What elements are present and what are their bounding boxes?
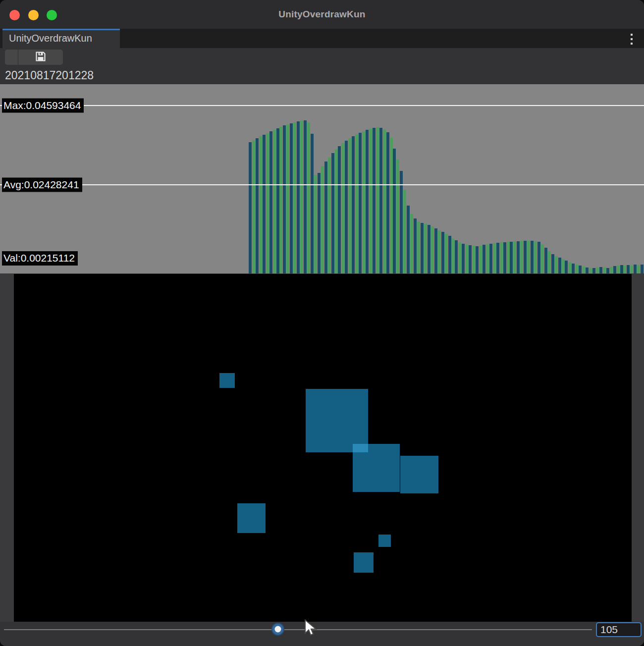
history-bar[interactable] bbox=[596, 268, 599, 273]
history-bar[interactable] bbox=[400, 171, 403, 273]
history-bar[interactable] bbox=[434, 228, 437, 273]
history-bar[interactable] bbox=[568, 262, 571, 273]
history-bar[interactable] bbox=[493, 243, 496, 273]
history-bar[interactable] bbox=[507, 242, 510, 273]
history-bar[interactable] bbox=[366, 130, 369, 273]
history-bar[interactable] bbox=[307, 122, 310, 273]
history-bar[interactable] bbox=[476, 246, 479, 273]
history-bar[interactable] bbox=[369, 129, 372, 273]
history-bar[interactable] bbox=[352, 136, 355, 273]
kebab-menu-icon[interactable] bbox=[628, 34, 635, 45]
history-bar[interactable] bbox=[603, 268, 606, 273]
history-bar[interactable] bbox=[300, 121, 303, 273]
history-bar[interactable] bbox=[572, 264, 575, 273]
history-bar[interactable] bbox=[328, 158, 331, 273]
history-bar[interactable] bbox=[263, 135, 266, 273]
history-bar[interactable] bbox=[438, 230, 441, 273]
history-bar[interactable] bbox=[410, 214, 413, 273]
history-bar[interactable] bbox=[393, 149, 396, 273]
history-bar[interactable] bbox=[586, 268, 589, 273]
history-bar[interactable] bbox=[376, 127, 379, 273]
history-bar[interactable] bbox=[610, 267, 613, 273]
history-bar[interactable] bbox=[324, 162, 327, 273]
history-bar[interactable] bbox=[489, 244, 492, 273]
frame-slider-handle[interactable] bbox=[271, 623, 284, 636]
history-bar[interactable] bbox=[599, 267, 602, 273]
history-bar[interactable] bbox=[279, 127, 282, 273]
history-bar[interactable] bbox=[297, 121, 300, 273]
history-bar[interactable] bbox=[266, 133, 269, 273]
history-bar[interactable] bbox=[283, 125, 286, 273]
history-bar[interactable] bbox=[345, 141, 348, 273]
history-bar[interactable] bbox=[407, 206, 410, 273]
history-bar[interactable] bbox=[486, 244, 489, 273]
frame-slider-track[interactable] bbox=[4, 629, 592, 630]
history-bar[interactable] bbox=[273, 130, 276, 273]
toolbar-button-empty[interactable] bbox=[5, 50, 18, 65]
history-bar[interactable] bbox=[551, 254, 554, 273]
history-bar[interactable] bbox=[252, 140, 255, 273]
history-bar[interactable] bbox=[531, 241, 534, 273]
history-bar[interactable] bbox=[276, 128, 279, 273]
history-bar[interactable] bbox=[472, 246, 475, 273]
history-bar[interactable] bbox=[555, 256, 558, 273]
history-bar[interactable] bbox=[579, 266, 582, 273]
history-bar[interactable] bbox=[321, 166, 324, 273]
save-button[interactable] bbox=[18, 50, 63, 65]
history-bar[interactable] bbox=[293, 122, 296, 273]
history-bar[interactable] bbox=[592, 268, 595, 273]
history-bar[interactable] bbox=[575, 265, 578, 273]
history-bar[interactable] bbox=[256, 138, 259, 273]
history-bar[interactable] bbox=[396, 160, 399, 273]
history-bar[interactable] bbox=[448, 236, 451, 273]
history-bar[interactable] bbox=[383, 129, 386, 273]
history-bar[interactable] bbox=[445, 234, 448, 273]
history-bar[interactable] bbox=[613, 266, 616, 273]
history-bar[interactable] bbox=[617, 266, 620, 273]
history-bar[interactable] bbox=[290, 123, 293, 273]
history-bar[interactable] bbox=[620, 265, 623, 273]
history-bar[interactable] bbox=[451, 238, 454, 273]
history-bar[interactable] bbox=[458, 242, 461, 273]
history-bar[interactable] bbox=[314, 175, 317, 273]
history-bar[interactable] bbox=[527, 241, 530, 273]
history-bar[interactable] bbox=[634, 265, 637, 273]
history-bar[interactable] bbox=[537, 242, 540, 273]
history-bar[interactable] bbox=[500, 242, 503, 273]
history-bar[interactable] bbox=[503, 242, 506, 273]
history-bar[interactable] bbox=[558, 258, 561, 273]
history-bar[interactable] bbox=[359, 133, 362, 273]
history-bar[interactable] bbox=[424, 224, 427, 273]
history-bar[interactable] bbox=[520, 241, 523, 273]
history-bar[interactable] bbox=[414, 218, 417, 273]
history-bar[interactable] bbox=[637, 265, 640, 273]
history-bar[interactable] bbox=[534, 241, 537, 273]
history-bar[interactable] bbox=[249, 142, 252, 273]
history-bar[interactable] bbox=[479, 246, 482, 273]
history-bar[interactable] bbox=[379, 128, 382, 273]
history-bar[interactable] bbox=[304, 120, 307, 273]
history-bar[interactable] bbox=[627, 265, 630, 273]
history-bar[interactable] bbox=[362, 131, 365, 273]
history-bar[interactable] bbox=[465, 245, 468, 273]
history-bar[interactable] bbox=[548, 251, 551, 273]
history-bar[interactable] bbox=[386, 132, 389, 273]
history-bar[interactable] bbox=[496, 243, 499, 273]
history-bar[interactable] bbox=[417, 221, 420, 273]
history-bar[interactable] bbox=[565, 261, 568, 273]
history-bar[interactable] bbox=[403, 190, 406, 273]
history-bar[interactable] bbox=[355, 134, 358, 273]
history-bar[interactable] bbox=[431, 226, 434, 273]
history-bar[interactable] bbox=[338, 146, 341, 273]
history-bar[interactable] bbox=[544, 248, 547, 273]
history-bar[interactable] bbox=[641, 265, 644, 273]
history-bar[interactable] bbox=[311, 134, 314, 273]
history-bar[interactable] bbox=[269, 131, 272, 273]
history-bar[interactable] bbox=[373, 128, 376, 273]
history-bar[interactable] bbox=[286, 124, 289, 273]
history-bar[interactable] bbox=[513, 241, 516, 273]
history-bar[interactable] bbox=[582, 267, 585, 273]
history-bar[interactable] bbox=[510, 242, 513, 273]
history-bar[interactable] bbox=[318, 173, 321, 273]
history-bar[interactable] bbox=[348, 138, 351, 273]
